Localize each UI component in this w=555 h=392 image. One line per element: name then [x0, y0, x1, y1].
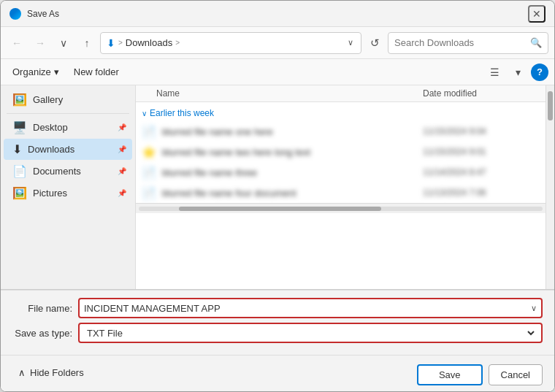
column-name: Name [142, 88, 423, 99]
file-icon: 📄 [142, 186, 156, 200]
vertical-scrollbar[interactable] [546, 85, 554, 289]
sidebar-item-documents[interactable]: 📄 Documents 📌 [4, 161, 132, 182]
list-item[interactable]: 📄 blurred file name one here 11/15/2024 … [136, 121, 546, 142]
file-date: 11/15/2024 9:04 [423, 126, 540, 137]
main-content: 🖼️ Gallery 🖥️ Desktop 📌 ⬇ Downloads 📌 📄 … [1, 85, 554, 289]
scroll-thumb [179, 207, 381, 211]
footer-area: File name: ∨ Save as type: TXT File All … [1, 289, 554, 391]
filename-dropdown-arrow: ∨ [531, 304, 537, 313]
title-bar: Save As ✕ [1, 1, 554, 27]
hide-folders-button[interactable]: ∧ Hide Folders [12, 363, 90, 383]
sidebar-item-gallery[interactable]: 🖼️ Gallery [4, 89, 132, 110]
sidebar-item-downloads[interactable]: ⬇ Downloads 📌 [4, 139, 132, 160]
organize-label: Organize [12, 66, 51, 77]
group-label: Earlier this week [150, 108, 214, 118]
column-date: Date modified [423, 88, 540, 99]
chevron-up-icon: ∧ [18, 367, 26, 378]
search-icon: 🔍 [530, 37, 542, 48]
list-item[interactable]: ⭐ blurred file name two here long text 1… [136, 142, 546, 162]
organize-arrow: ▾ [54, 66, 59, 77]
gallery-icon: 🖼️ [12, 93, 27, 107]
documents-icon: 📄 [12, 164, 27, 178]
view-icon: ☰ [490, 66, 500, 78]
downloads-icon: ⬇ [12, 142, 22, 156]
sidebar-item-desktop[interactable]: 🖥️ Desktop 📌 [4, 117, 132, 138]
pin-icon: 📌 [118, 123, 126, 131]
dialog-buttons: Save Cancel [417, 360, 543, 385]
desktop-icon: 🖥️ [12, 120, 27, 134]
new-folder-label: New folder [74, 66, 119, 77]
sidebar-item-label: Documents [33, 166, 81, 177]
filename-input[interactable] [84, 303, 531, 314]
file-date: 11/13/2024 7:06 [423, 188, 540, 198]
toolbar: Organize ▾ New folder ☰ ▾ ? [1, 59, 554, 85]
close-button[interactable]: ✕ [528, 5, 546, 23]
search-input[interactable] [394, 37, 527, 48]
view-dropdown-button[interactable]: ▾ [508, 62, 528, 82]
sidebar-item-label: Gallery [33, 94, 63, 105]
file-name: blurred file name four document [162, 188, 423, 199]
sidebar-item-label: Pictures [33, 188, 67, 199]
file-date: 11/15/2024 9:01 [423, 147, 540, 157]
filename-row: File name: ∨ [12, 298, 543, 318]
organize-button[interactable]: Organize ▾ [7, 64, 65, 80]
address-bar: ← → ∨ ↑ ⬇ > Downloads > ∨ ↺ 🔍 [1, 27, 554, 59]
hide-folders-label: Hide Folders [30, 367, 84, 378]
file-icon: 📄 [142, 125, 156, 139]
file-name: blurred file name two here long text [162, 147, 423, 158]
sidebar-item-label: Downloads [28, 144, 74, 155]
help-button[interactable]: ? [531, 64, 548, 81]
horizontal-scrollbar[interactable] [136, 203, 546, 213]
breadcrumb-location: Downloads [126, 37, 172, 48]
address-input[interactable]: ⬇ > Downloads > ∨ [100, 32, 361, 54]
sidebar: 🖼️ Gallery 🖥️ Desktop 📌 ⬇ Downloads 📌 📄 … [1, 85, 136, 289]
pictures-icon: 🖼️ [12, 186, 27, 200]
view-button[interactable]: ☰ [484, 62, 505, 82]
list-item[interactable]: 📄 blurred file name three 11/14/2024 8:4… [136, 162, 546, 182]
back-button[interactable]: ← [7, 33, 27, 53]
pin-icon: 📌 [118, 145, 126, 153]
bottom-section: File name: ∨ Save as type: TXT File All … [1, 290, 554, 355]
pin-icon: 📌 [118, 167, 126, 175]
new-folder-button[interactable]: New folder [68, 64, 125, 80]
save-button[interactable]: Save [417, 364, 483, 385]
up-button[interactable]: ↑ [77, 33, 97, 53]
filetype-label: Save as type: [12, 328, 78, 339]
filetype-select-wrapper: TXT File All Files (*.*) [78, 323, 543, 343]
breadcrumb-sep2: > [175, 39, 180, 47]
sidebar-item-label: Desktop [33, 122, 68, 133]
file-icon: 📄 [142, 166, 156, 180]
file-list-header: Name Date modified [136, 85, 546, 102]
folder-icon: ⬇ [107, 37, 115, 49]
dropdown-button[interactable]: ∨ [53, 33, 74, 53]
sidebar-item-pictures[interactable]: 🖼️ Pictures 📌 [4, 182, 132, 204]
dialog-title: Save As [27, 9, 528, 19]
search-bar[interactable]: 🔍 [388, 32, 548, 54]
scroll-track [139, 207, 543, 211]
file-date: 11/14/2024 8:47 [423, 167, 540, 177]
dialog-footer: ∧ Hide Folders Save Cancel [1, 355, 554, 391]
breadcrumb-dropdown[interactable]: ∨ [346, 36, 355, 49]
file-list-body: ∨ Earlier this week 📄 blurred file name … [136, 102, 546, 289]
file-name: blurred file name one here [162, 126, 423, 137]
group-header[interactable]: ∨ Earlier this week [136, 105, 546, 121]
file-name: blurred file name three [162, 167, 423, 178]
forward-button[interactable]: → [30, 33, 50, 53]
filetype-select[interactable]: TXT File All Files (*.*) [84, 327, 537, 339]
dialog-icon [9, 8, 21, 20]
pin-icon: 📌 [118, 189, 126, 197]
refresh-button[interactable]: ↺ [364, 33, 385, 53]
filetype-row: Save as type: TXT File All Files (*.*) [12, 323, 543, 343]
filename-input-wrapper: ∨ [78, 298, 543, 318]
file-list: Name Date modified ∨ Earlier this week 📄… [136, 85, 546, 289]
filename-label: File name: [12, 303, 78, 314]
chevron-down-icon: ∨ [142, 109, 147, 118]
file-icon: ⭐ [142, 145, 156, 159]
cancel-button[interactable]: Cancel [489, 364, 543, 385]
list-item[interactable]: 📄 blurred file name four document 11/13/… [136, 182, 546, 203]
save-as-dialog: Save As ✕ ← → ∨ ↑ ⬇ > Downloads > ∨ ↺ 🔍 … [0, 0, 555, 392]
breadcrumb-sep1: > [118, 39, 123, 47]
